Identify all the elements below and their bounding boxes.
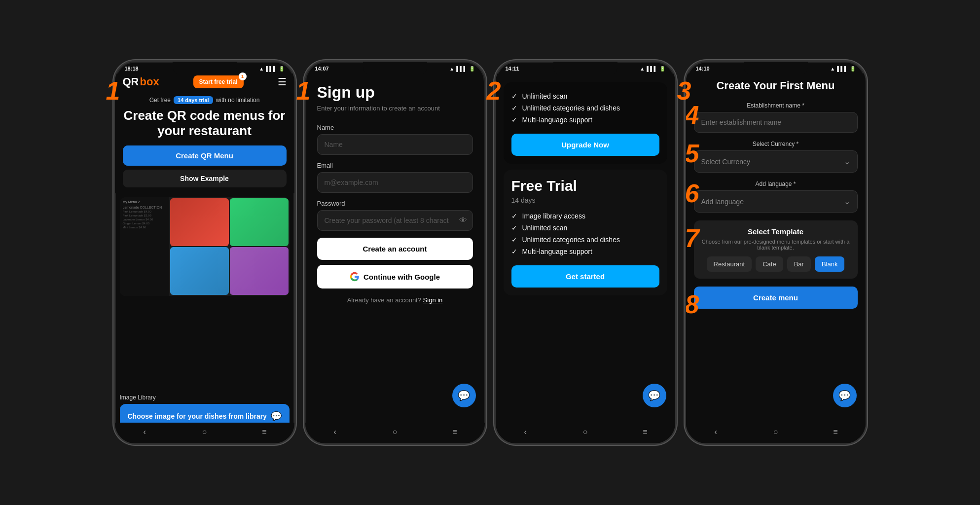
email-input[interactable] [317, 172, 473, 193]
signal-icon-3: ▌▌▌ [647, 66, 657, 72]
nav-back-4[interactable]: ‹ [710, 427, 721, 437]
trial-feature-3: ✓ Unlimited categories and dishes [511, 234, 659, 246]
language-placeholder: Add language [701, 198, 744, 206]
establishment-input[interactable] [694, 112, 858, 133]
trial-feature-1: ✓ Image library access [511, 210, 659, 222]
password-toggle-icon[interactable]: 👁 [459, 216, 467, 225]
template-card: Select Template Choose from our pre-desi… [694, 220, 858, 279]
phone-3-notch [553, 62, 617, 75]
password-form-group: Password 👁 [317, 200, 473, 231]
nav-home-2[interactable]: ○ [389, 427, 400, 437]
logo-qr: QR [123, 75, 139, 88]
create-menu-button[interactable]: Create menu [694, 287, 858, 309]
nav-menu-3[interactable]: ≡ [640, 427, 651, 437]
paid-features-list: ✓ Unlimited scan ✓ Unlimited categories … [511, 90, 659, 126]
plans-content: ✓ Unlimited scan ✓ Unlimited categories … [496, 73, 675, 428]
signal-icon-4: ▌▌▌ [837, 66, 847, 72]
status-time-1: 18:18 [125, 66, 139, 72]
nav-home-4[interactable]: ○ [770, 427, 781, 437]
status-time-3: 14:11 [506, 66, 519, 72]
trial-features-list: ✓ Image library access ✓ Unlimited scan … [511, 210, 659, 257]
chat-bubble-4[interactable]: 💬 [833, 384, 857, 407]
phone-4-wrapper: 3 14:10 ▲ ▌▌▌ 🔋 Create Your First Menu 4… [685, 60, 867, 445]
currency-placeholder: Select Currency [701, 158, 751, 166]
nav-menu-4[interactable]: ≡ [830, 427, 841, 437]
signup-subtitle: Enter your information to create an acco… [317, 105, 473, 112]
battery-icon: 🔋 [279, 66, 285, 72]
currency-dropdown[interactable]: Select Currency ⌄ [694, 150, 858, 173]
free-trial-card: Free Trial 14 days ✓ Image library acces… [504, 170, 667, 295]
hamburger-icon[interactable]: ☰ [278, 76, 287, 88]
nav-back-3[interactable]: ‹ [520, 427, 531, 437]
battery-icon-2: 🔋 [469, 66, 475, 72]
no-limitation-text: with no limitation [216, 97, 260, 104]
nav-bar-1: ‹ ○ ≡ [115, 423, 294, 443]
chat-bubble-3[interactable]: 💬 [643, 384, 666, 407]
nav-bar-4: ‹ ○ ≡ [686, 423, 866, 443]
status-time-4: 14:10 [696, 66, 710, 72]
signin-row: Already have an account? Sign in [317, 296, 473, 304]
nav-back-1[interactable]: ‹ [139, 427, 150, 437]
template-desc: Choose from our pre-designed menu templa… [701, 239, 851, 251]
template-restaurant[interactable]: Restaurant [707, 256, 752, 272]
wifi-icon-3: ▲ [640, 66, 645, 72]
step-1-label: 1 [106, 78, 120, 104]
already-account-text: Already have an account? [347, 296, 421, 304]
template-blank[interactable]: Blank [815, 256, 845, 272]
language-dropdown[interactable]: Add language ⌄ [694, 190, 858, 213]
wifi-icon: ▲ [259, 66, 264, 72]
food-item-3 [170, 247, 229, 295]
signup-form-container: Sign up Enter your information to create… [305, 73, 485, 428]
upgrade-now-button[interactable]: Upgrade Now [511, 134, 659, 156]
template-title: Select Template [701, 227, 851, 236]
template-bar[interactable]: Bar [787, 256, 811, 272]
create-account-button[interactable]: Create an account [317, 238, 473, 260]
menu-preview: My Menu 2 Lemonade COLLECTION Pink Lemon… [120, 197, 290, 296]
qrbox-logo: QR box [123, 75, 159, 88]
nav-home-1[interactable]: ○ [199, 427, 210, 437]
image-library-text: Choose image for your dishes from librar… [128, 412, 267, 420]
step-4-label: 4 [686, 102, 699, 128]
status-icons-4: ▲ ▌▌▌ 🔋 [830, 66, 855, 72]
trial-feature-4: ✓ Multi-language support [511, 246, 659, 257]
nav-menu-1[interactable]: ≡ [259, 427, 270, 437]
start-trial-label: Start free trial [199, 78, 238, 85]
show-example-button[interactable]: Show Example [123, 170, 287, 187]
nav-back-2[interactable]: ‹ [329, 427, 340, 437]
nav-home-3[interactable]: ○ [580, 427, 590, 437]
currency-field-container: 5 Select Currency * Select Currency ⌄ [694, 141, 858, 173]
nav-bar-3: ‹ ○ ≡ [496, 423, 675, 443]
google-signin-button[interactable]: Continue with Google [317, 265, 473, 289]
template-buttons-group: Restaurant Cafe Bar Blank [701, 256, 851, 272]
email-label: Email [317, 162, 473, 169]
name-input[interactable] [317, 134, 473, 155]
status-icons-3: ▲ ▌▌▌ 🔋 [640, 66, 665, 72]
phone-2-notch [363, 62, 427, 75]
food-item-2 [230, 198, 289, 246]
free-trial-days: 14 days [511, 196, 659, 204]
create-qr-button[interactable]: Create QR Menu [123, 145, 287, 166]
status-icons-1: ▲ ▌▌▌ 🔋 [259, 66, 284, 72]
status-icons-2: ▲ ▌▌▌ 🔋 [449, 66, 474, 72]
phone-3-frame: 14:11 ▲ ▌▌▌ 🔋 ✓ Unlimited scan [494, 60, 677, 445]
template-cafe[interactable]: Cafe [756, 256, 783, 272]
start-trial-button[interactable]: Start free trial 1 [193, 75, 244, 88]
chat-bubble-2[interactable]: 💬 [452, 384, 476, 407]
phone-1-notch [173, 62, 237, 75]
phone-2-wrapper: 1 14:07 ▲ ▌▌▌ 🔋 Sign up Enter your infor… [304, 60, 486, 445]
trial-notification-badge: 1 [239, 72, 247, 80]
email-form-group: Email [317, 162, 473, 193]
google-btn-label: Continue with Google [363, 273, 440, 281]
phone-1-wrapper: 1 18:18 ▲ ▌▌▌ 🔋 QR box Start free trial [113, 60, 296, 445]
phone-4-notch [744, 62, 808, 75]
nav-menu-2[interactable]: ≡ [449, 427, 460, 437]
password-input[interactable] [317, 210, 473, 231]
get-started-button[interactable]: Get started [511, 265, 659, 288]
preview-right-panel [169, 197, 290, 296]
google-icon [350, 272, 360, 282]
signin-link[interactable]: Sign in [423, 296, 443, 304]
language-dropdown-arrow: ⌄ [844, 197, 850, 206]
phone-4-frame: 14:10 ▲ ▌▌▌ 🔋 Create Your First Menu 4 E… [685, 60, 867, 445]
step-5-label: 5 [686, 141, 699, 166]
get-free-text: Get free [149, 97, 171, 104]
